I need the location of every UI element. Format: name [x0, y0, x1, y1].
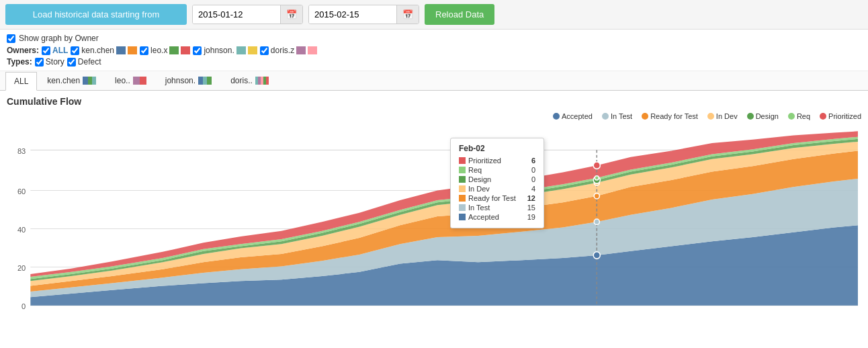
show-graph-row: Show graph by Owner: [7, 34, 861, 43]
tooltip-swatch-prioritized: [459, 157, 466, 164]
tab-all[interactable]: ALL: [5, 72, 37, 91]
load-historical-button[interactable]: Load historical data starting from: [5, 4, 187, 25]
header-bar: Load historical data starting from 📅 📅 R…: [0, 0, 868, 30]
show-graph-checkbox[interactable]: [7, 34, 15, 43]
tooltip-swatch-in-test: [459, 204, 466, 211]
doris-swatch1: [296, 46, 306, 54]
svg-text:Feb-01: Feb-01: [389, 312, 411, 312]
tooltip-swatch-design: [459, 176, 466, 183]
chart-section: Cumulative Flow Accepted In Test Ready f…: [0, 91, 868, 318]
svg-text:Feb-04: Feb-04: [468, 312, 489, 312]
types-label: Types:: [7, 57, 32, 67]
svg-text:Jan-28: Jan-28: [312, 312, 333, 312]
svg-text:20: 20: [17, 264, 26, 272]
tooltip-row-in-test: In Test 15: [459, 204, 535, 212]
svg-text:Feb-08: Feb-08: [620, 312, 642, 312]
legend-in-dev: In Dev: [707, 112, 738, 120]
crosshair-dot-req: [595, 176, 599, 180]
owner-doris[interactable]: doris.z: [260, 46, 317, 55]
tab-leo[interactable]: leo..: [106, 71, 155, 90]
owners-label: Owners:: [7, 46, 39, 55]
tooltip-row-ready-for-test: Ready for Test 12: [459, 194, 535, 202]
start-calendar-button[interactable]: 📅: [280, 5, 302, 24]
tooltip-row-prioritized: Prioritized 6: [459, 157, 535, 165]
owner-ken-chen[interactable]: ken.chen: [71, 46, 137, 55]
start-date-input[interactable]: [193, 5, 280, 24]
svg-text:Jan-12: Jan-12: [20, 312, 41, 312]
legend-design: Design: [747, 112, 779, 120]
legend-ready-for-test: Ready for Test: [642, 112, 698, 120]
type-defect[interactable]: Defect: [67, 57, 101, 67]
tab-johnson[interactable]: johnson.: [157, 71, 220, 90]
tab-ken-chen[interactable]: ken.chen: [38, 71, 105, 90]
ken-chen-swatch1: [116, 46, 126, 54]
legend-accepted: Accepted: [553, 112, 593, 120]
svg-text:Feb-11: Feb-11: [701, 312, 723, 312]
owner-leo[interactable]: leo.x: [140, 46, 190, 55]
svg-text:Jan-14: Jan-14: [60, 312, 81, 312]
types-row: Types: Story Defect: [7, 57, 861, 67]
svg-text:83: 83: [17, 146, 26, 155]
crosshair-dot-in-test: [594, 219, 599, 224]
owners-row: Owners: ALL ken.chen leo.x johnson. dori…: [7, 46, 861, 55]
chart-legend: Accepted In Test Ready for Test In Dev D…: [7, 112, 861, 120]
tooltip-row-accepted: Accepted 19: [459, 213, 535, 221]
ken-chen-swatch2: [128, 46, 137, 54]
type-story[interactable]: Story: [35, 57, 64, 67]
svg-text:0: 0: [21, 302, 26, 310]
tooltip-row-req: Req 0: [459, 166, 535, 174]
johnson-swatch1: [236, 46, 246, 54]
reload-data-button[interactable]: Reload Data: [425, 4, 494, 25]
svg-text:Feb-13: Feb-13: [823, 312, 845, 312]
start-date-group: 📅: [192, 5, 303, 24]
doris-tab-swatch: [255, 77, 269, 85]
tooltip-row-design: Design 0: [459, 175, 535, 183]
johnson-swatch2: [248, 46, 257, 54]
legend-in-test-dot: [602, 113, 609, 120]
svg-text:Feb-06: Feb-06: [546, 312, 567, 312]
svg-text:40: 40: [17, 226, 26, 234]
svg-text:Jan-25: Jan-25: [271, 312, 292, 312]
legend-req: Req: [788, 112, 810, 120]
svg-text:Jan-19: Jan-19: [153, 312, 173, 312]
leo-swatch1: [169, 46, 179, 54]
legend-accepted-dot: [553, 113, 560, 120]
tooltip-swatch-in-dev: [459, 185, 466, 192]
end-date-input[interactable]: [309, 5, 396, 24]
tooltip-swatch-ready-for-test: [459, 195, 466, 202]
legend-ready-for-test-dot: [642, 113, 648, 120]
johnson-tab-swatch: [198, 77, 212, 85]
svg-text:Jan-21: Jan-21: [193, 312, 214, 312]
crosshair-dot-ready-for-test: [594, 193, 599, 199]
legend-in-test: In Test: [602, 112, 632, 120]
show-graph-label: Show graph by Owner: [19, 34, 99, 43]
tab-doris[interactable]: doris..: [222, 71, 277, 90]
chart-title: Cumulative Flow: [7, 96, 861, 107]
end-date-group: 📅: [308, 5, 419, 24]
crosshair-dot-prioritized: [593, 162, 600, 169]
legend-design-dot: [747, 113, 754, 120]
leo-tab-swatch: [133, 77, 146, 85]
svg-text:Jan-16: Jan-16: [101, 312, 122, 312]
owner-all[interactable]: ALL: [42, 46, 68, 55]
tooltip-swatch-accepted: [459, 214, 466, 220]
tooltip-row-in-dev: In Dev 4: [459, 185, 535, 193]
tabs-bar: ALL ken.chen leo.. johnson. doris..: [0, 71, 868, 91]
cumulative-flow-chart: 0 20 40 60 83: [7, 124, 861, 312]
legend-prioritized: Prioritized: [820, 112, 861, 120]
doris-swatch2: [308, 46, 317, 54]
legend-prioritized-dot: [820, 113, 826, 120]
legend-in-dev-dot: [707, 113, 714, 120]
chart-container: 0 20 40 60 83: [7, 124, 861, 312]
owner-johnson[interactable]: johnson.: [193, 46, 257, 55]
svg-text:Jan-23: Jan-23: [230, 312, 251, 312]
tooltip-date: Feb-02: [459, 144, 535, 153]
crosshair-dot-accepted: [593, 252, 600, 259]
svg-text:60: 60: [17, 187, 26, 195]
ken-chen-tab-swatch: [83, 77, 96, 85]
legend-req-dot: [788, 113, 795, 120]
end-calendar-button[interactable]: 📅: [396, 5, 419, 24]
controls-panel: Show graph by Owner Owners: ALL ken.chen…: [0, 30, 868, 71]
tooltip-swatch-req: [459, 167, 466, 173]
leo-swatch2: [181, 46, 190, 54]
